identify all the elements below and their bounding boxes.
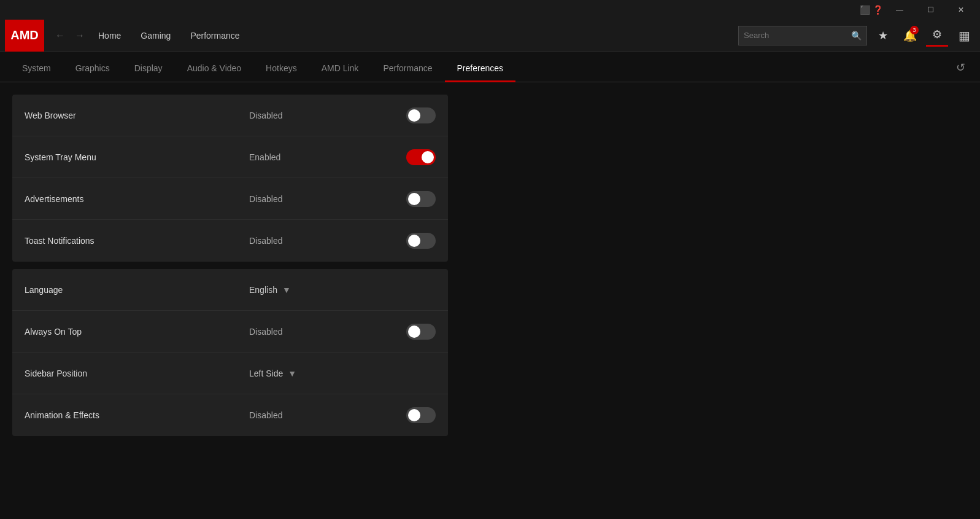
language-dropdown[interactable]: English ▼ (249, 285, 384, 295)
tab-graphics[interactable]: Graphics (63, 56, 122, 82)
nav-performance[interactable]: Performance (190, 28, 239, 43)
amd-software-icon: ⬛ (860, 5, 870, 15)
web-browser-toggle-switch[interactable] (406, 107, 436, 123)
toast-notifications-toggle-switch[interactable] (406, 233, 436, 249)
toast-notifications-row: Toast Notifications Disabled (12, 220, 448, 262)
always-on-top-toggle[interactable] (394, 314, 448, 349)
toast-notifications-label: Toast Notifications (12, 226, 239, 256)
always-on-top-toggle-thumb (408, 326, 420, 338)
reset-button[interactable]: ↺ (951, 56, 970, 79)
settings-button[interactable]: ⚙ (926, 25, 948, 47)
animation-effects-value: Disabled (239, 400, 394, 430)
advertisements-toggle-switch[interactable] (406, 191, 436, 207)
profile-icon: ▦ (959, 28, 970, 43)
always-on-top-toggle-track (406, 324, 436, 340)
advertisements-value: Disabled (239, 184, 394, 214)
always-on-top-value: Disabled (239, 317, 394, 346)
tab-amd-link[interactable]: AMD Link (309, 56, 371, 82)
tab-hotkeys[interactable]: Hotkeys (253, 56, 309, 82)
forward-button[interactable]: → (71, 28, 88, 44)
language-dropdown-arrow: ▼ (282, 285, 291, 295)
animation-effects-row: Animation & Effects Disabled (12, 394, 448, 436)
profile-button[interactable]: ▦ (953, 25, 975, 47)
toast-notifications-toggle-thumb (408, 235, 420, 247)
back-button[interactable]: ← (52, 28, 69, 44)
nav-links: Home Gaming Performance (98, 28, 738, 43)
sidebar-position-dropdown[interactable]: Left Side ▼ (249, 369, 384, 378)
system-tray-value: Enabled (239, 142, 394, 172)
tab-bar: System Graphics Display Audio & Video Ho… (0, 52, 980, 82)
language-row: Language English ▼ (12, 269, 448, 311)
toolbar: AMD ← → Home Gaming Performance 🔍 ★ 🔔 3 … (0, 20, 980, 52)
close-button[interactable]: ✕ (947, 0, 975, 20)
web-browser-toggle-thumb (408, 109, 420, 122)
minimize-button[interactable]: — (885, 0, 914, 20)
sidebar-position-label: Sidebar Position (12, 359, 239, 388)
tab-audio-video[interactable]: Audio & Video (175, 56, 253, 82)
sidebar-position-selected: Left Side (249, 369, 283, 378)
system-tray-toggle[interactable] (394, 139, 448, 175)
animation-effects-toggle-switch[interactable] (406, 407, 436, 423)
language-selected: English (249, 285, 277, 295)
language-label: Language (12, 275, 239, 305)
title-bar: ⬛ ❓ — ☐ ✕ (0, 0, 980, 20)
gear-icon: ⚙ (932, 28, 942, 41)
animation-effects-label: Animation & Effects (12, 400, 239, 430)
advertisements-toggle-thumb (408, 193, 420, 205)
advertisements-toggle-track (406, 191, 436, 207)
advertisements-toggle[interactable] (394, 181, 448, 217)
settings-section-2: Language English ▼ Always On Top Disable… (12, 269, 448, 436)
settings-section-1: Web Browser Disabled System Tray Menu En… (12, 95, 448, 262)
help-title-icon: ❓ (873, 5, 883, 15)
sidebar-position-dropdown-arrow: ▼ (288, 369, 296, 378)
web-browser-label: Web Browser (12, 101, 239, 130)
nav-arrows: ← → (52, 28, 88, 44)
search-icon: 🔍 (851, 31, 862, 41)
nav-gaming[interactable]: Gaming (141, 28, 171, 43)
preferences-content: Web Browser Disabled System Tray Menu En… (0, 82, 980, 519)
animation-effects-toggle-track (406, 407, 436, 423)
web-browser-value: Disabled (239, 101, 394, 130)
star-icon: ★ (878, 29, 888, 42)
toast-notifications-toggle[interactable] (394, 223, 448, 259)
always-on-top-label: Always On Top (12, 317, 239, 346)
amd-logo-text: AMD (10, 28, 39, 42)
favorites-button[interactable]: ★ (872, 25, 894, 47)
web-browser-row: Web Browser Disabled (12, 95, 448, 136)
amd-logo: AMD (5, 20, 44, 52)
system-tray-toggle-thumb (422, 151, 434, 163)
nav-home[interactable]: Home (98, 28, 121, 43)
web-browser-toggle[interactable] (394, 98, 448, 133)
system-tray-toggle-track (406, 149, 436, 165)
maximize-button[interactable]: ☐ (916, 0, 944, 20)
sidebar-position-row: Sidebar Position Left Side ▼ (12, 353, 448, 394)
language-value: English ▼ (239, 275, 394, 305)
language-control-spacer (394, 280, 448, 300)
sidebar-position-value: Left Side ▼ (239, 359, 394, 388)
always-on-top-row: Always On Top Disabled (12, 311, 448, 353)
web-browser-toggle-track (406, 107, 436, 123)
tab-display[interactable]: Display (122, 56, 175, 82)
search-box: 🔍 (738, 26, 867, 45)
tab-preferences[interactable]: Preferences (445, 56, 515, 82)
always-on-top-toggle-switch[interactable] (406, 324, 436, 340)
system-tray-row: System Tray Menu Enabled (12, 136, 448, 178)
toolbar-right: 🔍 ★ 🔔 3 ⚙ ▦ (738, 25, 975, 47)
advertisements-row: Advertisements Disabled (12, 178, 448, 220)
system-tray-label: System Tray Menu (12, 142, 239, 172)
notifications-button[interactable]: 🔔 3 (899, 25, 921, 47)
advertisements-label: Advertisements (12, 184, 239, 214)
toast-notifications-toggle-track (406, 233, 436, 249)
sidebar-position-control-spacer (394, 364, 448, 383)
animation-effects-toggle[interactable] (394, 397, 448, 433)
search-input[interactable] (744, 31, 851, 40)
tab-performance[interactable]: Performance (371, 56, 444, 82)
toast-notifications-value: Disabled (239, 226, 394, 256)
tab-system[interactable]: System (10, 56, 63, 82)
animation-effects-toggle-thumb (408, 409, 420, 421)
notification-badge: 3 (910, 26, 919, 34)
system-tray-toggle-switch[interactable] (406, 149, 436, 165)
